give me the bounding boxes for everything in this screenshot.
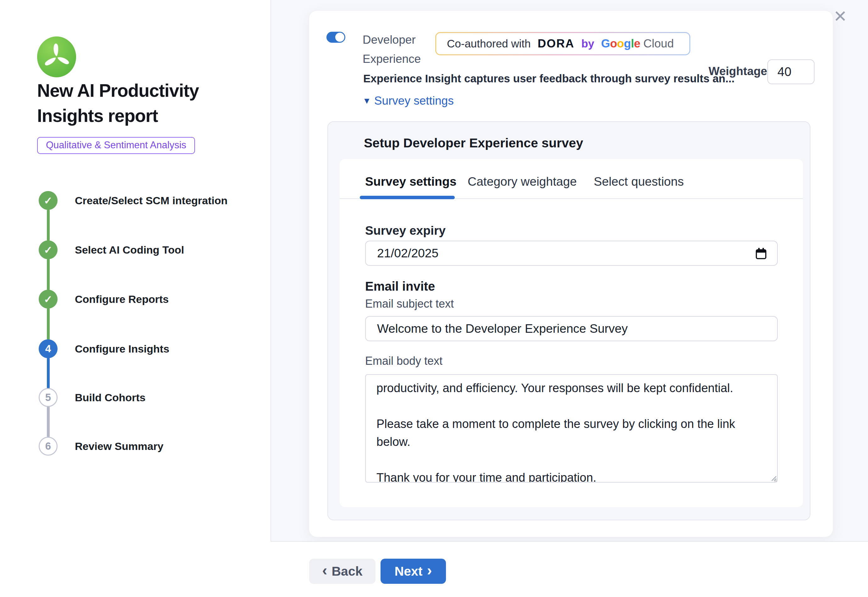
next-button-label: Next xyxy=(395,564,423,579)
page-title: New AI Productivity Insights report xyxy=(37,78,241,128)
chevron-right-icon: › xyxy=(427,564,432,576)
step-marker-6[interactable]: 6 xyxy=(39,437,58,456)
step-label-build-cohorts[interactable]: Build Cohorts xyxy=(75,390,146,405)
step-marker-1[interactable]: ✓ xyxy=(39,191,58,210)
email-invite-heading: Email invite xyxy=(365,279,435,294)
google-letter: o xyxy=(617,37,624,50)
coauthored-badge: Co-authored with DORA by Google Cloud xyxy=(435,32,690,55)
email-body-label: Email body text xyxy=(365,355,442,368)
insight-description: Experience Insight captures user feedbac… xyxy=(363,72,735,85)
google-letter: o xyxy=(610,37,617,50)
weightage-label: Weightage xyxy=(709,65,767,78)
weightage-input[interactable] xyxy=(767,59,814,84)
google-letter: G xyxy=(601,37,610,50)
google-cloud-label: Cloud xyxy=(643,37,674,50)
email-body-textarea[interactable]: productivity, and efficiency. Your respo… xyxy=(365,374,778,483)
close-icon[interactable]: ✕ xyxy=(834,8,847,25)
step-label-ai-coding-tool[interactable]: Select AI Coding Tool xyxy=(75,242,184,257)
step-connector xyxy=(47,358,50,389)
coauthored-prefix: Co-authored with xyxy=(447,37,531,50)
google-logo: Google xyxy=(601,37,640,50)
footer: ‹ Back Next › xyxy=(271,542,868,597)
step-connector xyxy=(47,406,50,437)
calendar-icon[interactable] xyxy=(755,248,767,261)
google-letter: g xyxy=(624,37,631,50)
step-label-configure-insights[interactable]: Configure Insights xyxy=(75,341,169,356)
survey-expiry-label: Survey expiry xyxy=(365,224,446,238)
configure-insights-modal: Developer Experience Co-authored with DO… xyxy=(309,10,833,537)
page: { "sidebar": { "title": "New AI Producti… xyxy=(0,0,868,597)
next-button[interactable]: Next › xyxy=(381,559,446,584)
insight-name-label: Developer Experience xyxy=(363,30,441,68)
email-subject-label: Email subject text xyxy=(365,297,454,310)
survey-setup-heading: Setup Developer Experience survey xyxy=(364,136,583,150)
propeller-logo-icon xyxy=(37,36,76,77)
survey-setup-panel: Setup Developer Experience survey Survey… xyxy=(328,121,810,520)
collapse-triangle-icon: ▼ xyxy=(363,96,371,106)
step-connector xyxy=(47,308,50,340)
google-letter: l xyxy=(631,37,634,50)
step-marker-5[interactable]: 5 xyxy=(39,388,58,407)
survey-settings-link-label: Survey settings xyxy=(374,94,454,107)
report-type-badge: Qualitative & Sentiment Analysis xyxy=(37,137,195,154)
tab-category-weightage[interactable]: Category weightage xyxy=(467,175,577,189)
back-button-label: Back xyxy=(332,564,362,579)
step-label-configure-reports[interactable]: Configure Reports xyxy=(75,292,168,307)
tab-select-questions[interactable]: Select questions xyxy=(594,175,684,189)
email-subject-input[interactable] xyxy=(365,316,778,341)
tab-survey-settings[interactable]: Survey settings xyxy=(365,175,456,189)
sidebar: New AI Productivity Insights report Qual… xyxy=(0,0,271,597)
coauthored-badge-inner: Co-authored with DORA by Google Cloud xyxy=(436,33,689,54)
chevron-left-icon: ‹ xyxy=(322,564,328,576)
back-button[interactable]: ‹ Back xyxy=(309,559,375,584)
dora-logo: DORA xyxy=(538,37,575,50)
step-marker-4[interactable]: 4 xyxy=(39,339,58,358)
coauthored-by: by xyxy=(582,37,594,50)
step-marker-2[interactable]: ✓ xyxy=(39,241,58,259)
step-connector xyxy=(47,258,50,290)
survey-settings-collapse-link[interactable]: ▼ Survey settings xyxy=(363,94,454,107)
step-label-review-summary[interactable]: Review Summary xyxy=(75,439,164,454)
step-marker-3[interactable]: ✓ xyxy=(39,290,58,309)
active-tab-underline xyxy=(360,196,455,199)
step-label-scm-integration[interactable]: Create/Select SCM integration xyxy=(75,193,228,208)
developer-experience-toggle[interactable] xyxy=(326,32,345,43)
survey-tabs-card: Survey settings Category weightage Selec… xyxy=(339,159,803,507)
google-letter: e xyxy=(634,37,640,50)
step-connector xyxy=(47,209,50,241)
toggle-knob xyxy=(335,33,344,42)
survey-expiry-input[interactable] xyxy=(365,241,778,266)
